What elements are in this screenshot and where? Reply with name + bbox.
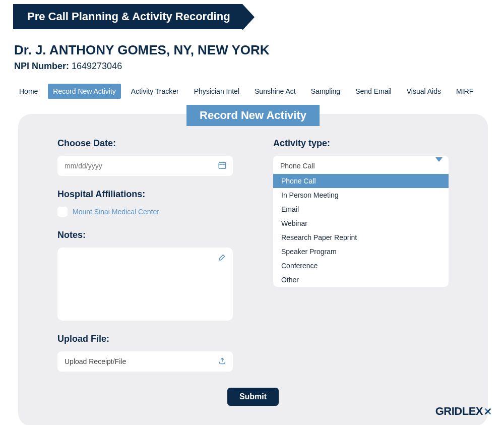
activity-option-research-paper-reprint[interactable]: Research Paper Reprint xyxy=(273,230,449,245)
hospital-option[interactable]: Mount Sinai Medical Center xyxy=(73,208,159,216)
page-ribbon: Pre Call Planning & Activity Recording xyxy=(13,4,242,29)
ribbon-title: Pre Call Planning & Activity Recording xyxy=(27,10,230,23)
tab-sampling[interactable]: Sampling xyxy=(306,84,345,99)
submit-button[interactable]: Submit xyxy=(227,388,279,406)
tab-activity-tracker[interactable]: Activity Tracker xyxy=(126,84,184,99)
activity-option-other[interactable]: Other xyxy=(273,273,449,287)
tab-physician-intel[interactable]: Physician Intel xyxy=(189,84,244,99)
npi-value: 1649273046 xyxy=(72,61,122,71)
activity-select[interactable]: Phone Call xyxy=(273,156,449,176)
activity-option-phone-call[interactable]: Phone Call xyxy=(273,174,449,188)
hospital-checkbox[interactable] xyxy=(57,207,68,217)
panel-title: Record New Activity xyxy=(186,105,320,126)
tab-visual-aids[interactable]: Visual Aids xyxy=(402,84,446,99)
tabs-bar: HomeRecord New ActivityActivity TrackerP… xyxy=(14,84,504,99)
upload-label: Upload File: xyxy=(57,334,233,344)
activity-option-speaker-program[interactable]: Speaker Program xyxy=(273,245,449,259)
brand-logo: GRIDLEX xyxy=(435,405,492,418)
activity-selected: Phone Call xyxy=(280,162,315,170)
doctor-name: Dr. J. ANTHONY GOMES, NY, NEW YORK xyxy=(14,42,504,58)
activity-option-in-person-meeting[interactable]: In Person Meeting xyxy=(273,188,449,202)
activity-option-webinar[interactable]: Webinar xyxy=(273,216,449,230)
brand-text: GRIDLEX xyxy=(435,405,483,418)
svg-rect-0 xyxy=(219,162,226,168)
notes-label: Notes: xyxy=(57,230,233,240)
activity-option-email[interactable]: Email xyxy=(273,202,449,216)
chevron-down-icon[interactable] xyxy=(435,162,443,170)
calendar-icon[interactable] xyxy=(218,161,227,171)
date-label: Choose Date: xyxy=(57,138,233,149)
hospital-label: Hospital Affiliations: xyxy=(57,189,233,200)
date-placeholder: mm/dd/yyyy xyxy=(65,162,102,170)
notes-textarea[interactable] xyxy=(57,248,233,321)
activity-dropdown-list: Phone CallIn Person MeetingEmailWebinarR… xyxy=(273,174,449,287)
npi-label: NPI Number: xyxy=(14,61,69,71)
npi-row: NPI Number: 1649273046 xyxy=(14,61,504,72)
tab-sunshine-act[interactable]: Sunshine Act xyxy=(249,84,301,99)
date-input[interactable]: mm/dd/yyyy xyxy=(57,156,233,176)
tab-home[interactable]: Home xyxy=(14,84,43,99)
record-activity-panel: Record New Activity Choose Date: mm/dd/y… xyxy=(18,114,488,425)
tab-record-new-activity[interactable]: Record New Activity xyxy=(48,84,120,99)
upload-placeholder: Upload Receipt/File xyxy=(65,357,126,366)
activity-label: Activity type: xyxy=(273,138,449,149)
upload-input[interactable]: Upload Receipt/File xyxy=(57,351,233,372)
tab-send-email[interactable]: Send Email xyxy=(350,84,397,99)
edit-icon[interactable] xyxy=(218,253,227,264)
activity-option-conference[interactable]: Conference xyxy=(273,259,449,273)
tab-mirf[interactable]: MIRF xyxy=(451,84,478,99)
upload-icon[interactable] xyxy=(218,356,227,367)
